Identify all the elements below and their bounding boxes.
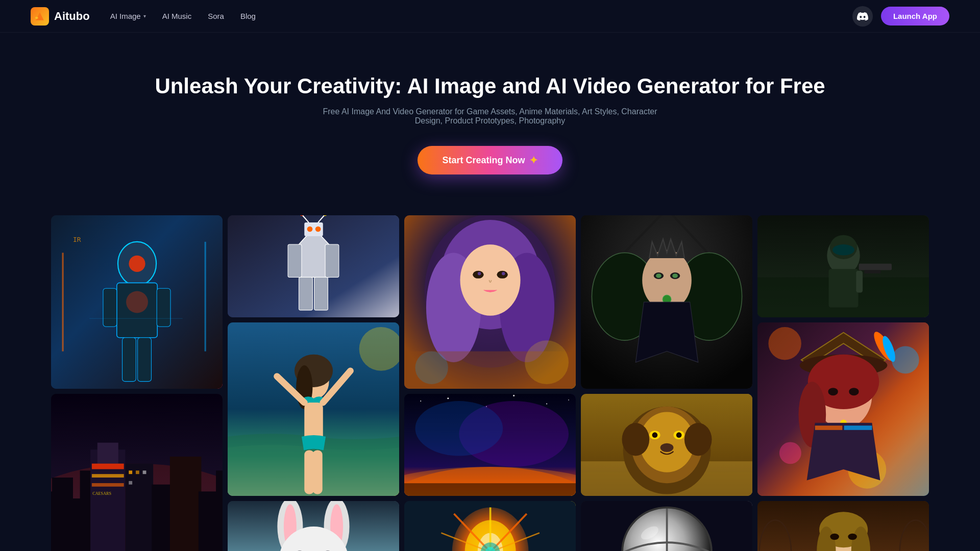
svg-rect-126 xyxy=(92,474,124,478)
nav-links: AI Image ▾ AI Music Sora Blog xyxy=(110,12,256,20)
svg-point-115 xyxy=(660,443,674,452)
svg-rect-102 xyxy=(844,426,872,431)
svg-point-12 xyxy=(126,291,148,313)
svg-point-99 xyxy=(849,388,859,396)
svg-point-177 xyxy=(848,534,857,540)
nav-sora[interactable]: Sora xyxy=(208,12,224,20)
gallery-item-portrait[interactable] xyxy=(404,215,576,389)
svg-rect-132 xyxy=(216,471,223,551)
gallery-item-feather[interactable] xyxy=(404,501,576,551)
navbar: Aitubo AI Image ▾ AI Music Sora Blog Lau… xyxy=(0,0,980,33)
svg-rect-2 xyxy=(62,253,63,352)
gallery-item-soldier[interactable] xyxy=(757,215,929,317)
svg-rect-127 xyxy=(92,483,124,487)
svg-point-113 xyxy=(652,433,658,438)
svg-point-109 xyxy=(622,423,650,456)
svg-point-110 xyxy=(684,423,712,456)
svg-rect-17 xyxy=(325,244,339,277)
gallery-item-pirate[interactable] xyxy=(757,322,929,496)
logo-icon xyxy=(31,7,49,26)
svg-point-176 xyxy=(830,534,839,540)
svg-rect-134 xyxy=(136,471,139,474)
gallery-item-city[interactable]: CAESARS xyxy=(51,394,223,551)
svg-rect-11 xyxy=(138,338,152,382)
gallery-item-renaissance-woman[interactable] xyxy=(757,501,929,551)
logo-svg xyxy=(33,9,47,23)
svg-rect-59 xyxy=(859,264,892,270)
gallery-item-lion[interactable] xyxy=(581,394,752,496)
svg-point-0 xyxy=(39,17,41,20)
svg-point-38 xyxy=(525,341,569,385)
svg-rect-125 xyxy=(92,464,124,469)
nav-blog[interactable]: Blog xyxy=(240,12,256,20)
svg-point-36 xyxy=(502,272,505,275)
start-creating-button[interactable]: Start Creating Now ✦ xyxy=(418,146,562,174)
svg-point-87 xyxy=(768,327,801,360)
logo[interactable]: Aitubo xyxy=(31,7,90,26)
gallery-item-bunny[interactable] xyxy=(228,501,399,551)
svg-rect-128 xyxy=(125,464,153,551)
svg-rect-85 xyxy=(404,484,576,496)
hero-title: Unleash Your Creativity: AI Image and AI… xyxy=(10,73,970,99)
gallery-item-mech[interactable] xyxy=(228,215,399,317)
svg-point-7 xyxy=(129,256,145,272)
hero-subtitle: Free AI Image And Video Generator for Ga… xyxy=(311,107,669,126)
svg-point-78 xyxy=(513,395,514,396)
gallery-item-space[interactable] xyxy=(404,394,576,496)
svg-point-80 xyxy=(568,399,569,400)
svg-point-51 xyxy=(672,274,678,279)
chevron-down-icon: ▾ xyxy=(143,13,146,19)
svg-rect-133 xyxy=(129,471,132,474)
svg-rect-130 xyxy=(170,457,201,551)
svg-rect-61 xyxy=(856,271,863,293)
svg-point-50 xyxy=(656,274,662,279)
svg-point-82 xyxy=(415,402,503,456)
gallery-item-basketball[interactable] xyxy=(581,501,752,551)
discord-button[interactable] xyxy=(852,6,873,27)
gallery-item-cyber-robot[interactable]: IR xyxy=(51,215,223,389)
svg-point-88 xyxy=(892,346,919,374)
svg-point-114 xyxy=(676,433,682,438)
svg-point-35 xyxy=(478,272,481,275)
svg-point-90 xyxy=(779,442,801,464)
svg-text:IR: IR xyxy=(73,236,81,243)
svg-rect-135 xyxy=(143,471,146,474)
svg-point-76 xyxy=(447,398,449,399)
svg-rect-18 xyxy=(299,278,313,310)
svg-point-39 xyxy=(415,352,448,384)
svg-rect-58 xyxy=(829,269,859,308)
launch-app-button[interactable]: Launch App xyxy=(881,7,949,26)
svg-text:CAESARS: CAESARS xyxy=(92,492,111,496)
svg-rect-60 xyxy=(864,270,880,273)
svg-point-75 xyxy=(420,400,421,402)
nav-ai-image[interactable]: AI Image ▾ xyxy=(110,12,146,20)
svg-rect-136 xyxy=(129,481,132,485)
svg-rect-101 xyxy=(815,426,843,431)
svg-rect-73 xyxy=(312,450,322,494)
svg-point-21 xyxy=(307,227,313,232)
svg-point-98 xyxy=(828,388,838,396)
svg-rect-8 xyxy=(103,289,117,327)
svg-point-57 xyxy=(832,244,854,255)
hero-section: Unleash Your Creativity: AI Image and AI… xyxy=(0,33,980,205)
nav-ai-music[interactable]: AI Music xyxy=(162,12,192,20)
svg-rect-124 xyxy=(97,443,118,464)
svg-rect-16 xyxy=(288,244,302,277)
svg-point-32 xyxy=(460,245,520,316)
svg-rect-129 xyxy=(152,485,173,551)
sparkle-icon: ✦ xyxy=(529,154,538,166)
svg-rect-10 xyxy=(122,338,136,382)
gallery-item-beach[interactable] xyxy=(228,322,399,496)
svg-point-79 xyxy=(546,404,547,405)
svg-rect-19 xyxy=(314,278,328,310)
brand-name: Aitubo xyxy=(54,10,90,23)
gallery-item-dark-fairy[interactable] xyxy=(581,215,752,389)
svg-point-22 xyxy=(315,227,321,232)
discord-icon xyxy=(857,12,868,20)
svg-rect-3 xyxy=(205,242,206,352)
gallery: IR xyxy=(0,205,980,551)
navbar-left: Aitubo AI Image ▾ AI Music Sora Blog xyxy=(31,7,256,26)
navbar-right: Launch App xyxy=(852,6,949,27)
svg-rect-9 xyxy=(157,289,170,327)
